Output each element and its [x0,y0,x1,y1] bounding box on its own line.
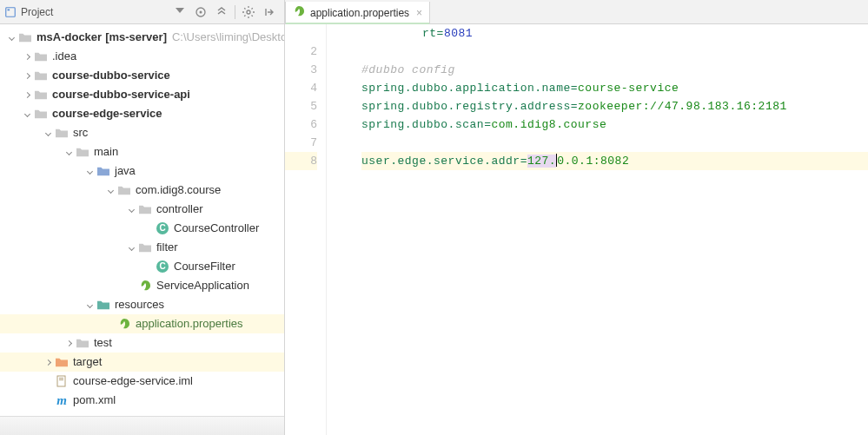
editor-area: application.properties × 2 3 4 5 6 7 8 r… [285,0,868,435]
tree-item-coursecontroller[interactable]: C CourseController [0,219,284,238]
sidebar-header: Project [0,0,284,24]
text-caret [556,154,557,167]
module-icon [33,88,49,102]
chevron-down-icon[interactable] [21,112,33,116]
svg-rect-6 [59,378,63,379]
tree-item-target[interactable]: target [0,353,284,372]
resources-folder-icon [96,298,111,312]
tree-item-package[interactable]: com.idig8.course [0,181,284,200]
chevron-right-icon[interactable] [63,341,75,346]
folder-icon [75,145,90,159]
iml-file-icon [54,374,70,388]
svg-point-3 [200,10,202,13]
folder-icon [75,336,90,350]
code-editor[interactable]: 2 3 4 5 6 7 8 rt=8081 #dubbo config spri… [285,24,868,435]
scroll-from-source-icon[interactable] [193,4,209,20]
chevron-down-icon[interactable] [125,208,137,212]
folder-icon [54,126,70,140]
module-icon [33,69,49,82]
package-icon [137,202,153,216]
tree-item-java[interactable]: java [0,161,284,181]
sidebar-footer [0,416,284,435]
package-icon [137,241,153,254]
chevron-right-icon[interactable] [42,360,54,365]
svg-rect-1 [8,9,10,10]
tree-item-filter[interactable]: filter [0,238,284,257]
tree-item-test[interactable]: test [0,333,284,353]
svg-rect-5 [57,376,65,386]
tree-item-resources[interactable]: resources [0,295,284,314]
tree-item-pom[interactable]: m pom.xml [0,391,284,410]
maven-icon: m [54,393,70,407]
excluded-folder-icon [54,355,70,369]
tree-item-ces[interactable]: course-edge-service [0,104,284,123]
tree-item-coursefilter[interactable]: C CourseFilter [0,257,284,276]
project-sidebar: Project msA-docker [ms-server] C:\Users\… [0,0,285,435]
chevron-down-icon[interactable] [83,169,96,174]
code-content[interactable]: rt=8081 #dubbo config spring.dubbo.appli… [327,24,868,435]
chevron-down-icon[interactable] [63,150,75,155]
close-tab-icon[interactable]: × [416,7,422,19]
line-gutter: 2 3 4 5 6 7 8 [285,24,327,435]
tree-item-cdsa[interactable]: course-dubbo-service-api [0,85,284,104]
chevron-down-icon[interactable] [104,188,116,193]
chevron-down-icon[interactable] [42,131,54,135]
svg-rect-7 [59,379,63,380]
chevron-right-icon[interactable] [21,74,33,78]
tree-item-iml[interactable]: course-edge-service.iml [0,372,284,391]
settings-icon[interactable] [241,4,256,20]
tree-item-src[interactable]: src [0,123,284,142]
tab-label: application.properties [310,7,409,19]
svg-rect-0 [6,7,16,16]
sidebar-title[interactable]: Project [21,6,172,18]
chevron-right-icon[interactable] [21,55,33,59]
tree-item-main[interactable]: main [0,142,284,161]
chevron-down-icon[interactable] [83,303,96,307]
project-tree[interactable]: msA-docker [ms-server] C:\Users\liming\D… [0,24,284,416]
tab-application-properties[interactable]: application.properties × [285,2,430,24]
tree-item-idea[interactable]: .idea [0,47,284,66]
tree-root[interactable]: msA-docker [ms-server] C:\Users\liming\D… [0,28,284,47]
package-icon [116,183,132,197]
view-mode-dropdown-icon[interactable] [172,4,188,20]
class-icon: C [155,260,170,274]
class-icon: C [155,221,170,235]
folder-icon [33,49,49,63]
module-icon [17,30,33,44]
svg-point-4 [247,10,250,14]
chevron-down-icon[interactable] [5,36,17,40]
tree-item-cds[interactable]: course-dubbo-service [0,66,284,85]
hide-icon[interactable] [262,4,277,20]
project-icon [3,5,17,19]
tree-item-controller[interactable]: controller [0,200,284,219]
spring-config-icon [293,5,305,20]
editor-tabs: application.properties × [285,0,868,24]
chevron-right-icon[interactable] [21,93,33,97]
source-folder-icon [96,164,111,178]
spring-icon [137,279,153,293]
chevron-down-icon[interactable] [125,246,137,250]
module-icon [33,107,49,121]
collapse-all-icon[interactable] [214,4,229,20]
tree-item-appprops[interactable]: application.properties [0,314,284,333]
tree-item-serviceapplication[interactable]: ServiceApplication [0,276,284,295]
spring-config-icon [116,317,132,331]
sidebar-actions [172,4,281,20]
